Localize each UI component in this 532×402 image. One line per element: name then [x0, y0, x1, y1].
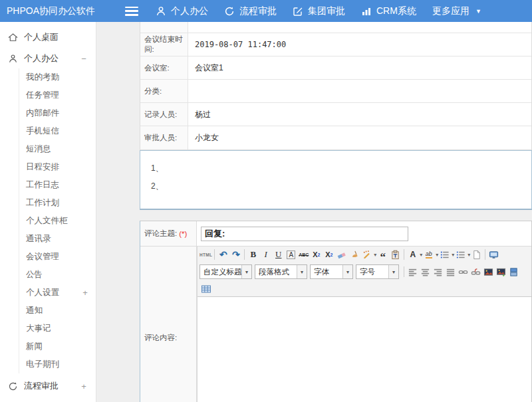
unordered-list-icon[interactable] — [454, 248, 467, 261]
sidebar-item-file-cabinet[interactable]: 个人文件柜 — [19, 212, 96, 230]
field-label: 分类: — [140, 80, 188, 102]
sidebar-section-label: 流程审批 — [24, 380, 74, 392]
expand-icon[interactable]: + — [80, 381, 88, 391]
forecolor-box-button[interactable]: A — [285, 248, 297, 261]
nav-label: 个人办公 — [171, 5, 208, 17]
html-source-button[interactable]: HTML — [200, 248, 212, 261]
net-image-icon[interactable] — [495, 265, 507, 278]
ordered-list-icon[interactable] — [438, 248, 451, 261]
insert-table-icon[interactable] — [200, 282, 212, 296]
media-icon[interactable] — [507, 265, 520, 278]
field-label: 会议结束时间: — [140, 33, 188, 56]
unlink-icon[interactable] — [469, 265, 482, 278]
blockquote-button[interactable]: “ — [376, 248, 389, 261]
sidebar-item-sms[interactable]: 手机短信 — [19, 122, 96, 140]
meeting-detail-table: 会议结束时间: 2019-08-07 11:47:00 会议室: 会议室1 分类… — [140, 22, 532, 150]
nav-workflow-approval[interactable]: 流程审批 — [224, 5, 277, 17]
sidebar-item-news[interactable]: 新闻 — [19, 338, 96, 355]
insert-image-icon[interactable] — [482, 265, 495, 278]
table-row-recorder: 记录人员: 杨过 — [140, 103, 531, 126]
clear-format-broom-icon[interactable] — [348, 248, 360, 261]
font-size-select[interactable]: 字号 ▾ — [356, 264, 399, 279]
subscript-button[interactable]: X2 — [323, 248, 335, 261]
edit-approve-icon — [293, 6, 303, 17]
comment-subject-row: 评论主题: (*) — [140, 221, 531, 247]
field-label: 评论主题: — [144, 229, 177, 239]
sidebar-item-schedule[interactable]: 日程安排 — [19, 158, 96, 176]
highlight-color-button[interactable]: ab — [422, 248, 435, 261]
field-value: 杨过 — [188, 103, 531, 126]
sidebar: 个人桌面 个人办公 − 我的考勤 任务管理 内部邮件 手机短信 短消息 日程安排… — [0, 22, 96, 402]
nav-crm-system[interactable]: CRM系统 — [361, 5, 416, 17]
sidebar-item-tasks[interactable]: 任务管理 — [19, 86, 96, 104]
editor-content-area[interactable] — [198, 297, 531, 402]
italic-button[interactable]: I — [259, 248, 272, 261]
bold-button[interactable]: B — [247, 248, 259, 261]
heading-select[interactable]: 自定义标题 ▾ — [200, 264, 252, 279]
hamburger-menu-icon[interactable] — [125, 7, 138, 16]
home-icon — [8, 33, 18, 43]
nav-label: 更多应用 — [432, 5, 469, 17]
comment-content-row: 评论内容: HTML ↶ ↷ B I U A ABC X2 X2 — [140, 247, 531, 402]
redo-button[interactable]: ↷ — [229, 248, 242, 261]
caret-down-icon: ▾ — [342, 265, 352, 278]
person-icon — [156, 6, 166, 17]
nav-more-apps[interactable]: 更多应用 ▼ — [432, 5, 481, 17]
new-page-icon[interactable] — [470, 248, 483, 261]
font-family-select[interactable]: 字体 ▾ — [310, 264, 353, 279]
field-value — [188, 80, 531, 102]
nav-group-approval[interactable]: 集团审批 — [293, 5, 345, 17]
table-row — [140, 22, 531, 33]
sidebar-item-desktop[interactable]: 个人桌面 — [0, 27, 96, 47]
topbar: PHPOA协同办公软件 个人办公 流程审批 集团审批 CRM系统 — [0, 0, 532, 22]
sidebar-item-notifications[interactable]: 通知 — [19, 302, 96, 320]
caret-down-icon: ▾ — [241, 265, 251, 278]
sidebar-item-announcements[interactable]: 公告 — [19, 266, 96, 284]
comment-subject-input[interactable] — [201, 227, 408, 241]
paint-format-icon[interactable] — [360, 248, 373, 261]
paragraph-format-select[interactable]: 段落格式 ▾ — [255, 264, 307, 279]
align-left-icon[interactable] — [406, 265, 419, 278]
sidebar-item-contacts[interactable]: 通讯录 — [19, 230, 96, 248]
undo-button[interactable]: ↶ — [217, 248, 229, 261]
eraser-icon[interactable] — [335, 248, 348, 261]
field-label: 记录人员: — [140, 103, 188, 126]
field-label: 评论内容: — [144, 333, 177, 343]
table-row-meeting-room: 会议室: 会议室1 — [140, 56, 531, 80]
collapse-icon[interactable]: − — [80, 54, 88, 64]
sidebar-section-personal-office[interactable]: 个人办公 − — [0, 49, 96, 68]
person-icon — [8, 54, 18, 64]
strikethrough-button[interactable]: ABC — [297, 248, 310, 261]
field-label: 会议室: — [140, 56, 188, 79]
sidebar-item-short-message[interactable]: 短消息 — [19, 140, 96, 158]
editor-toolbar-row1: HTML ↶ ↷ B I U A ABC X2 X2 — [198, 247, 531, 262]
comment-form-table: 评论主题: (*) 评论内容: HTML ↶ ↷ B I — [140, 221, 532, 402]
underline-button[interactable]: U — [272, 248, 285, 261]
font-color-button[interactable]: A — [406, 248, 419, 261]
sidebar-item-meetings[interactable]: 会议管理 — [19, 248, 96, 266]
table-row-end-time: 会议结束时间: 2019-08-07 11:47:00 — [140, 33, 531, 56]
bar-chart-icon — [361, 6, 372, 17]
superscript-button[interactable]: X2 — [310, 248, 323, 261]
workflow-icon — [224, 6, 235, 17]
align-center-icon[interactable] — [419, 265, 432, 278]
sidebar-item-internal-mail[interactable]: 内部邮件 — [19, 104, 96, 122]
sidebar-item-e-journal[interactable]: 电子期刊 — [19, 355, 96, 373]
meeting-content-box: 1、 2、 — [140, 150, 532, 210]
nav-personal-office[interactable]: 个人办公 — [156, 5, 208, 17]
sidebar-item-personal-settings[interactable]: 个人设置+ — [19, 284, 96, 302]
sidebar-item-work-log[interactable]: 工作日志 — [19, 176, 96, 194]
sidebar-item-milestones[interactable]: 大事记 — [19, 320, 96, 338]
align-justify-icon[interactable] — [444, 265, 457, 278]
paste-as-text-icon[interactable] — [389, 248, 402, 261]
sidebar-item-attendance[interactable]: 我的考勤 — [19, 68, 96, 86]
sidebar-section-workflow[interactable]: 流程审批 + — [0, 376, 96, 396]
link-icon[interactable] — [457, 265, 469, 278]
main-content: 会议结束时间: 2019-08-07 11:47:00 会议室: 会议室1 分类… — [140, 22, 532, 402]
align-right-icon[interactable] — [432, 265, 444, 278]
expand-icon[interactable]: + — [81, 288, 89, 298]
caret-down-icon: ▼ — [475, 8, 481, 15]
caret-down-icon: ▾ — [297, 265, 307, 278]
fullscreen-icon[interactable] — [487, 248, 500, 261]
sidebar-item-work-plan[interactable]: 工作计划 — [19, 194, 96, 212]
